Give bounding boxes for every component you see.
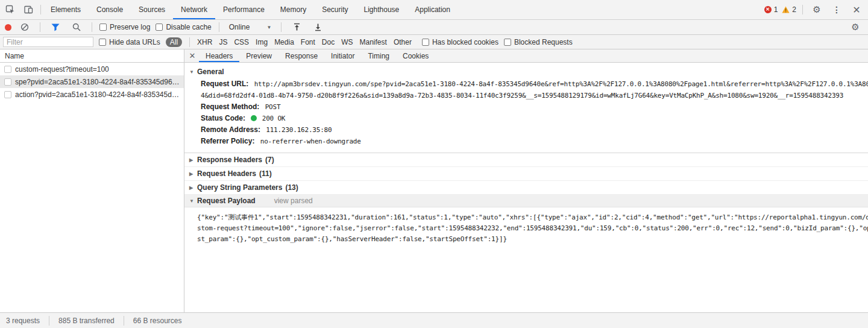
request-headers-section-header[interactable]: ▶ Request Headers (11) xyxy=(184,167,868,181)
network-main-area: Name custom-request?timeout=100 spe?pvid… xyxy=(0,49,868,312)
filter-type-ws[interactable]: WS xyxy=(341,38,353,46)
detail-tab-response[interactable]: Response xyxy=(278,49,324,62)
name-column-header[interactable]: Name xyxy=(0,49,184,63)
request-url-row: Request URL: http://apm3brsdev.tingyun.c… xyxy=(184,78,868,90)
throttling-dropdown[interactable]: Online ▼ xyxy=(227,23,274,31)
tab-elements[interactable]: Elements xyxy=(43,0,89,19)
checkbox-icon xyxy=(99,39,106,46)
requests-panel: Name custom-request?timeout=100 spe?pvid… xyxy=(0,49,184,312)
referrer-policy-row: Referrer Policy: no-referrer-when-downgr… xyxy=(184,136,868,147)
caret-down-icon: ▼ xyxy=(189,198,194,204)
payload-line: st_param":{},"opt_custom_param":{},"hasS… xyxy=(197,234,868,245)
record-network-log-icon[interactable] xyxy=(5,24,11,31)
divider xyxy=(802,5,803,14)
search-icon[interactable] xyxy=(69,20,84,34)
filter-type-media[interactable]: Media xyxy=(274,38,294,46)
query-string-parameters-section-header[interactable]: ▶ Query String Parameters (13) xyxy=(184,181,868,195)
filter-type-font[interactable]: Font xyxy=(301,38,315,46)
divider xyxy=(40,22,40,32)
tab-console[interactable]: Console xyxy=(89,0,131,19)
detail-tab-preview[interactable]: Preview xyxy=(239,49,278,62)
request-url-label: Request URL: xyxy=(201,80,248,88)
section-count: (7) xyxy=(265,156,274,164)
close-devtools-icon[interactable]: ✕ xyxy=(849,2,864,17)
general-section-header[interactable]: ▼ General xyxy=(184,63,868,78)
filter-input[interactable] xyxy=(3,37,93,47)
section-label: Query String Parameters xyxy=(197,183,282,192)
divider xyxy=(189,37,190,47)
request-name: custom-request?timeout=100 xyxy=(15,65,109,74)
network-settings-gear-icon[interactable]: ⚙ xyxy=(848,20,863,34)
detail-tab-cookies[interactable]: Cookies xyxy=(396,49,435,62)
filter-type-css[interactable]: CSS xyxy=(234,38,249,46)
blocked-requests-label: Blocked Requests xyxy=(514,38,573,46)
blocked-requests-checkbox[interactable]: Blocked Requests xyxy=(504,38,573,46)
filter-types: XHR JS CSS Img Media Font Doc WS Manifes… xyxy=(197,38,412,46)
section-count: (13) xyxy=(285,183,298,192)
detail-tab-initiator[interactable]: Initiator xyxy=(324,49,361,62)
response-headers-section-header[interactable]: ▶ Response Headers (7) xyxy=(184,153,868,167)
caret-right-icon: ▶ xyxy=(189,185,194,191)
tab-lighthouse[interactable]: Lighthouse xyxy=(356,0,407,19)
detail-tabs: ✕ Headers Preview Response Initiator Tim… xyxy=(184,49,868,63)
requests-count: 3 requests xyxy=(6,317,40,325)
chevron-down-icon: ▼ xyxy=(266,25,271,30)
filter-type-doc[interactable]: Doc xyxy=(322,38,335,46)
network-toolbar: Preserve log Disable cache Online ▼ ⚙ xyxy=(0,20,868,35)
filter-type-img[interactable]: Img xyxy=(256,38,268,46)
request-row-custom-request[interactable]: custom-request?timeout=100 xyxy=(0,63,184,75)
export-har-icon[interactable] xyxy=(310,20,326,34)
filter-type-manifest[interactable]: Manifest xyxy=(360,38,387,46)
divider xyxy=(40,5,41,14)
throttling-value: Online xyxy=(229,23,250,31)
view-parsed-link[interactable]: view parsed xyxy=(274,197,313,205)
divider xyxy=(124,316,124,326)
request-payload-title: Request Payload xyxy=(197,197,256,205)
import-har-icon[interactable] xyxy=(289,20,304,34)
panel-tabs: Elements Console Sources Network Perform… xyxy=(43,0,458,19)
console-errors-badge[interactable]: ✕ 1 xyxy=(764,5,778,14)
tab-security[interactable]: Security xyxy=(314,0,356,19)
tab-memory[interactable]: Memory xyxy=(272,0,314,19)
request-name: spe?pvid=2aca51e1-3180-4224-8a4f-835345d… xyxy=(15,78,180,86)
divider xyxy=(219,22,219,32)
device-toolbar-icon[interactable] xyxy=(20,2,36,17)
document-icon xyxy=(4,91,11,98)
filter-type-js[interactable]: JS xyxy=(219,38,227,46)
has-blocked-cookies-checkbox[interactable]: Has blocked cookies xyxy=(422,38,498,46)
tab-sources[interactable]: Sources xyxy=(131,0,173,19)
request-url-value-continued: 4&did=68fd2df4-01d8-4b74-9750-d20b8f9f22… xyxy=(184,90,868,101)
request-row-spe[interactable]: spe?pvid=2aca51e1-3180-4224-8a4f-835345d… xyxy=(0,75,184,88)
request-row-action[interactable]: action?pvid=2aca51e1-3180-4224-8a4f-8353… xyxy=(0,88,184,101)
filter-type-xhr[interactable]: XHR xyxy=(197,38,212,46)
caret-right-icon: ▶ xyxy=(189,157,194,163)
console-warnings-badge[interactable]: 2 xyxy=(782,5,796,14)
network-summary-bar: 3 requests 885 B transferred 66 B resour… xyxy=(0,312,868,328)
headers-detail-body: ▼ General Request URL: http://apm3brsdev… xyxy=(184,63,868,312)
settings-gear-icon[interactable]: ⚙ xyxy=(809,2,825,17)
filter-type-all[interactable]: All xyxy=(166,37,182,47)
divider xyxy=(92,22,92,32)
warning-count: 2 xyxy=(792,5,796,14)
filter-type-other[interactable]: Other xyxy=(394,38,412,46)
checkbox-icon xyxy=(422,39,429,46)
tab-network[interactable]: Network xyxy=(173,0,215,19)
detail-tab-timing[interactable]: Timing xyxy=(361,49,396,62)
detail-tab-headers[interactable]: Headers xyxy=(199,49,239,62)
inspect-element-icon[interactable] xyxy=(2,2,18,17)
hide-data-urls-checkbox[interactable]: Hide data URLs xyxy=(99,38,160,46)
devtools-window: Elements Console Sources Network Perform… xyxy=(0,0,868,328)
tab-performance[interactable]: Performance xyxy=(215,0,272,19)
tab-application[interactable]: Application xyxy=(407,0,458,19)
section-count: (11) xyxy=(259,169,272,178)
filter-funnel-icon[interactable] xyxy=(48,20,63,34)
preserve-log-checkbox[interactable]: Preserve log xyxy=(99,23,150,31)
request-payload-section-header[interactable]: ▼ Request Payload view parsed xyxy=(184,195,868,207)
caret-right-icon: ▶ xyxy=(189,171,194,177)
clear-network-log-icon[interactable] xyxy=(17,20,33,34)
close-details-icon[interactable]: ✕ xyxy=(186,49,199,62)
request-url-value: http://apm3brsdev.tingyun.com/spe?pvid=2… xyxy=(254,80,868,88)
disable-cache-checkbox[interactable]: Disable cache xyxy=(156,23,211,31)
request-method-label: Request Method: xyxy=(201,102,259,111)
kebab-menu-icon[interactable]: ⋮ xyxy=(829,2,844,17)
